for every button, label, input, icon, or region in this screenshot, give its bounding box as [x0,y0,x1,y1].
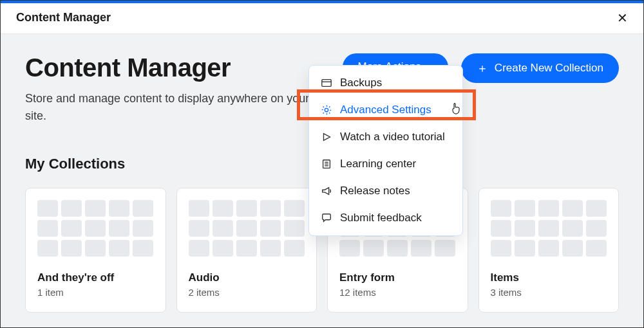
dropdown-advanced-settings[interactable]: Advanced Settings [309,96,462,123]
chat-icon [321,212,332,224]
dropdown-item-label: Learning center [340,158,416,170]
dropdown-item-label: Submit feedback [340,212,422,224]
create-collection-button[interactable]: ＋ Create New Collection [461,53,619,83]
header-title: Content Manager [16,11,111,24]
more-actions-dropdown: Backups Advanced Settings Watch a video … [308,65,463,236]
content-area: Content Manager Store and manage content… [1,34,643,328]
card-subtitle: 1 item [37,287,154,298]
card-title: And they're off [37,271,154,284]
card-subtitle: 12 items [339,287,456,298]
card-title: Audio [189,271,305,284]
collection-card[interactable]: Audio 2 items [176,188,317,313]
dropdown-learning[interactable]: Learning center [309,150,462,178]
card-thumbnail [37,200,154,257]
svg-rect-0 [322,80,331,87]
header-bar: Content Manager ✕ [1,3,643,34]
page-subtitle: Store and manage content to display anyw… [25,90,330,125]
card-subtitle: 3 items [491,287,607,298]
play-icon [321,131,332,143]
svg-marker-3 [324,134,330,141]
window-icon [321,77,332,89]
megaphone-icon [321,185,332,197]
page-title: Content Manager [25,53,330,82]
svg-point-2 [325,108,328,111]
dropdown-item-label: Advanced Settings [340,104,431,116]
dropdown-feedback[interactable]: Submit feedback [309,205,462,232]
dropdown-item-label: Release notes [340,185,410,197]
plus-icon: ＋ [477,60,488,76]
close-icon[interactable]: ✕ [617,12,628,24]
card-thumbnail [491,200,607,257]
gear-icon [321,104,332,116]
dropdown-item-label: Watch a video tutorial [340,131,445,143]
create-collection-label: Create New Collection [495,62,603,75]
collection-card[interactable]: Items 3 items [478,188,620,313]
card-title: Entry form [339,271,456,284]
collection-card[interactable]: And they're off 1 item [25,188,166,313]
dropdown-item-label: Backups [340,77,382,89]
card-subtitle: 2 items [189,287,305,298]
card-thumbnail [189,200,305,257]
dropdown-tutorial[interactable]: Watch a video tutorial [309,123,462,150]
dropdown-backups[interactable]: Backups [309,69,462,96]
card-title: Items [491,271,607,284]
dropdown-release-notes[interactable]: Release notes [309,178,462,205]
document-icon [321,158,332,170]
